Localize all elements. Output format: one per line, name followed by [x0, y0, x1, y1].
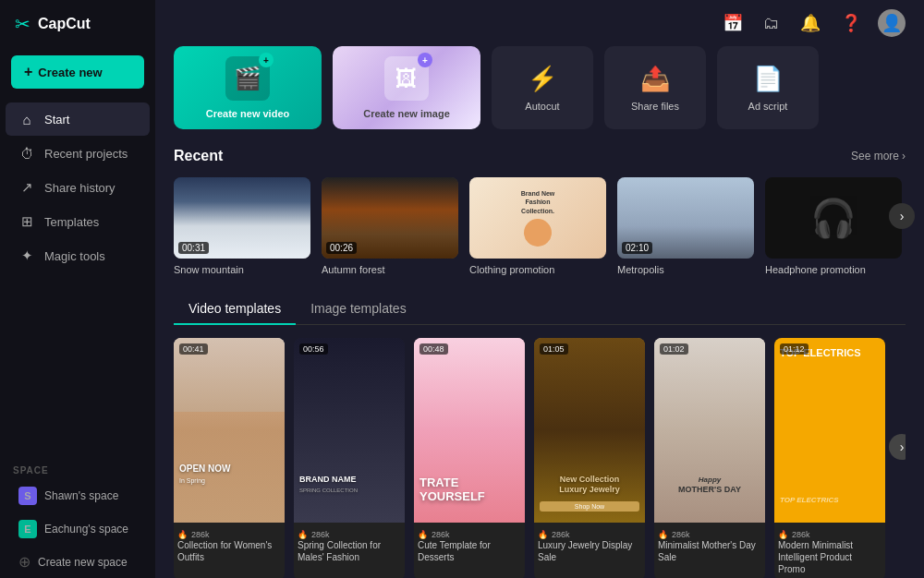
storage-icon-button[interactable]: 🗂: [760, 10, 784, 37]
recent-card-clothing[interactable]: Brand NewFashionCollection. Clothing pro…: [469, 177, 606, 275]
template-duration-5: 01:12: [780, 343, 808, 355]
template-likes-3: 286k: [552, 530, 570, 539]
create-space-button[interactable]: ⊕ Create new space: [6, 547, 150, 577]
recent-thumb-headphone: 🎧: [765, 177, 902, 259]
logo: ✂ CapCut: [0, 0, 155, 48]
template-name-2: Cute Template for Desserts: [418, 539, 521, 563]
share-files-card[interactable]: 📤 Share files: [604, 46, 706, 129]
template-duration-3: 01:05: [540, 343, 568, 355]
template-card-4[interactable]: HappyMOTHER'S DAY 01:02 🔥 286k Minimalis…: [654, 338, 765, 578]
autocut-icon: ⚡: [528, 65, 557, 93]
main-content: 📅 🗂 🔔 ❓ 👤 🎬 + Create new video 🖼 + Creat…: [155, 0, 924, 578]
sidebar-item-share[interactable]: ↗ Share history: [6, 171, 150, 204]
create-image-label: Create new image: [363, 108, 450, 119]
sidebar-item-magic[interactable]: ✦ Magic tools: [6, 239, 150, 272]
template-name-1: Spring Collection for Males' Fashion: [298, 539, 401, 563]
sidebar-item-share-label: Share history: [44, 181, 116, 195]
autocut-card[interactable]: ⚡ Autocut: [492, 46, 593, 129]
template-card-2[interactable]: TRATEYOURSELF 00:48 🔥 286k Cute Template…: [414, 338, 525, 578]
create-space-plus-icon: ⊕: [18, 553, 30, 571]
template-name-4: Minimalist Mother's Day Sale: [658, 539, 761, 563]
recent-name-2: Clothing promotion: [469, 264, 606, 275]
recent-card-snow-mountain[interactable]: 00:31 Snow mountain: [174, 177, 310, 275]
template-duration-4: 01:02: [660, 343, 688, 355]
recent-card-headphone[interactable]: 🎧 Headphone promotion: [765, 177, 902, 275]
magic-icon: ✦: [18, 247, 35, 264]
template-likes-1: 286k: [311, 530, 330, 539]
plus-icon: +: [24, 64, 32, 80]
image-card-icon: 🖼: [395, 66, 418, 91]
template-card-0[interactable]: OPEN NOWIn Spring 00:41 🔥 286k Collectio…: [174, 338, 285, 578]
template-thumb-0: OPEN NOWIn Spring 00:41: [174, 338, 285, 523]
recent-thumb-metropolis: 02:10: [617, 177, 754, 259]
recent-name-4: Headphone promotion: [765, 264, 902, 275]
template-duration-1: 00:56: [299, 343, 328, 355]
help-icon-button[interactable]: ❓: [837, 9, 865, 37]
templates-section: Video templates Image templates OPEN NOW…: [155, 294, 924, 578]
sidebar-item-start-label: Start: [44, 113, 69, 126]
avatar-icon: 👤: [881, 13, 902, 33]
templates-grid: OPEN NOWIn Spring 00:41 🔥 286k Collectio…: [174, 338, 906, 578]
template-likes-5: 286k: [792, 530, 810, 539]
template-name-5: Modern Minimalist Intelligent Product Pr…: [778, 539, 881, 575]
recent-duration-0: 00:31: [178, 242, 209, 254]
home-icon: ⌂: [18, 111, 35, 127]
tab-video-templates[interactable]: Video templates: [174, 294, 296, 325]
video-card-plus: +: [259, 53, 274, 67]
space-shawns[interactable]: S Shawn's space: [6, 480, 150, 512]
recent-thumb-snow-mountain: 00:31: [174, 177, 310, 259]
sidebar-item-recent[interactable]: ⏱ Recent projects: [6, 137, 150, 170]
notification-icon-button[interactable]: 🔔: [796, 9, 824, 37]
avatar-shawns: S: [18, 487, 37, 505]
recent-name-1: Autumn forest: [322, 264, 458, 275]
space-eachungs[interactable]: E Eachung's space: [6, 513, 150, 545]
recent-card-metropolis[interactable]: 02:10 Metropolis: [617, 177, 754, 275]
ad-script-icon: 📄: [753, 65, 783, 93]
recent-grid: 00:31 Snow mountain 00:26 Autumn forest …: [174, 177, 906, 275]
image-card-icon-bg: 🖼 +: [384, 56, 429, 101]
recent-card-autumn-forest[interactable]: 00:26 Autumn forest: [322, 177, 458, 275]
share-files-label: Share files: [631, 101, 679, 112]
sidebar-item-templates[interactable]: ⊞ Templates: [6, 205, 150, 238]
template-likes-2: 286k: [432, 530, 450, 539]
template-card-5[interactable]: TOP ELECTRICS TOP ELECTRICS 01:12 🔥 286k…: [774, 338, 885, 578]
recent-next-button[interactable]: ›: [889, 203, 915, 229]
template-info-4: 🔥 286k Minimalist Mother's Day Sale: [654, 523, 765, 569]
template-thumb-2: TRATEYOURSELF 00:48: [414, 338, 525, 523]
autocut-label: Autocut: [525, 101, 559, 112]
create-image-card[interactable]: 🖼 + Create new image: [333, 46, 480, 129]
recent-see-more[interactable]: See more ›: [851, 150, 906, 163]
sidebar-item-start[interactable]: ⌂ Start: [6, 102, 150, 136]
header-bar: 📅 🗂 🔔 ❓ 👤: [155, 0, 924, 46]
recent-duration-3: 02:10: [622, 242, 652, 254]
template-tabs: Video templates Image templates: [174, 294, 906, 325]
user-avatar[interactable]: 👤: [878, 9, 906, 37]
template-duration-0: 00:41: [179, 343, 208, 355]
recent-title: Recent: [174, 148, 223, 164]
template-name-3: Luxury Jewelry Display Sale: [538, 539, 641, 563]
template-card-3[interactable]: New CollectionLuxury Jewelry Shop Now 01…: [534, 338, 645, 578]
template-likes-0: 286k: [191, 530, 210, 539]
tab-image-templates[interactable]: Image templates: [296, 294, 421, 325]
template-thumb-5: TOP ELECTRICS TOP ELECTRICS 01:12: [774, 338, 885, 523]
calendar-icon-button[interactable]: 📅: [719, 9, 747, 37]
create-new-button[interactable]: + Create new: [11, 55, 144, 89]
templates-icon: ⊞: [18, 213, 35, 230]
templates-next-button[interactable]: ›: [889, 434, 906, 460]
create-new-label: Create new: [38, 66, 102, 79]
template-info-0: 🔥 286k Collection for Women's Outfits: [174, 523, 285, 569]
quick-actions: 🎬 + Create new video 🖼 + Create new imag…: [155, 46, 924, 148]
avatar-eachungs: E: [18, 520, 37, 538]
ad-script-card[interactable]: 📄 Ad script: [717, 46, 819, 129]
template-info-3: 🔥 286k Luxury Jewelry Display Sale: [534, 523, 645, 569]
image-card-plus: +: [418, 53, 432, 67]
template-card-1[interactable]: BRAND NAMESPRING COLLECTION 00:56 🔥 286k…: [294, 338, 405, 578]
template-thumb-4: HappyMOTHER'S DAY 01:02: [654, 338, 765, 523]
create-video-card[interactable]: 🎬 + Create new video: [174, 46, 322, 129]
create-video-label: Create new video: [206, 108, 289, 119]
sidebar-item-magic-label: Magic tools: [44, 249, 105, 263]
clock-icon: ⏱: [18, 145, 35, 162]
template-likes-4: 286k: [672, 530, 690, 539]
recent-header: Recent See more ›: [174, 148, 906, 164]
template-info-5: 🔥 286k Modern Minimalist Intelligent Pro…: [774, 523, 885, 578]
